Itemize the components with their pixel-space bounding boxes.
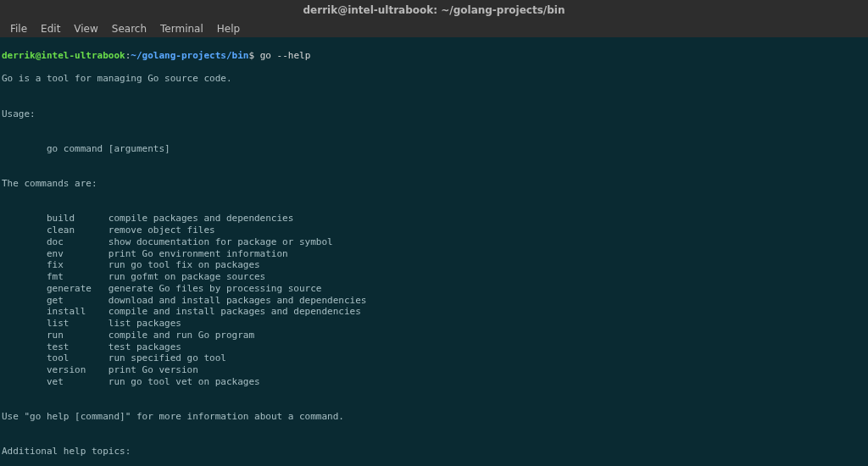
command-name: list <box>47 318 108 330</box>
command-row: installcompile and install packages and … <box>2 306 361 317</box>
command-row: fmtrun gofmt on package sources <box>2 271 265 282</box>
prompt-dollar: $ <box>248 50 254 61</box>
prompt-line-1: derrik@intel-ultrabook:~/golang-projects… <box>2 50 866 62</box>
command-row: envprint Go environment information <box>2 248 288 259</box>
menu-search[interactable]: Search <box>105 23 153 35</box>
command-desc: test packages <box>108 341 181 352</box>
command-desc: list packages <box>108 318 181 329</box>
output-intro: Go is a tool for managing Go source code… <box>2 73 232 84</box>
command-desc: compile and install packages and depende… <box>108 306 361 317</box>
terminal-viewport[interactable]: derrik@intel-ultrabook:~/golang-projects… <box>0 37 868 466</box>
command-row: docshow documentation for package or sym… <box>2 236 333 247</box>
command-desc: run specified go tool <box>108 352 226 363</box>
command-row: generategenerate Go files by processing … <box>2 283 321 294</box>
command-desc: run go tool vet on packages <box>108 376 260 387</box>
command-row: runcompile and run Go program <box>2 330 254 341</box>
command-desc: show documentation for package or symbol <box>108 236 333 247</box>
command-desc: print Go version <box>108 364 198 375</box>
menu-terminal[interactable]: Terminal <box>153 23 210 35</box>
entered-command: go --help <box>260 50 311 61</box>
usage-line: go command [arguments] <box>2 143 170 154</box>
menu-help[interactable]: Help <box>210 23 247 35</box>
command-name: tool <box>47 352 108 364</box>
command-name: generate <box>47 283 108 295</box>
command-name: test <box>47 341 108 353</box>
command-name: version <box>47 364 108 376</box>
commands-header: The commands are: <box>2 178 97 189</box>
window-title: derrik@intel-ultrabook: ~/golang-project… <box>303 4 565 16</box>
command-row: versionprint Go version <box>2 364 198 375</box>
usage-text: go command [arguments] <box>47 143 170 154</box>
command-row: toolrun specified go tool <box>2 352 226 363</box>
command-desc: remove object files <box>108 225 215 236</box>
command-desc: compile and run Go program <box>108 330 254 341</box>
menubar: File Edit View Search Terminal Help <box>0 20 868 37</box>
command-name: clean <box>47 225 108 236</box>
command-name: fix <box>47 259 108 271</box>
prompt-user: derrik@intel-ultrabook <box>2 50 125 61</box>
command-row: listlist packages <box>2 318 181 329</box>
command-row: buildcompile packages and dependencies <box>2 213 293 224</box>
command-row: testtest packages <box>2 341 181 352</box>
command-row: fixrun go tool fix on packages <box>2 259 260 270</box>
menu-file[interactable]: File <box>3 23 34 35</box>
command-desc: run go tool fix on packages <box>108 259 260 270</box>
command-name: env <box>47 248 108 260</box>
command-desc: download and install packages and depend… <box>108 295 367 306</box>
command-name: fmt <box>47 271 108 283</box>
usage-label: Usage: <box>2 108 36 119</box>
command-name: install <box>47 306 108 318</box>
command-name: build <box>47 213 108 225</box>
command-desc: generate Go files by processing source <box>108 283 322 294</box>
command-name: get <box>47 295 108 307</box>
topics-header: Additional help topics: <box>2 446 131 457</box>
command-row: vetrun go tool vet on packages <box>2 376 260 387</box>
command-name: run <box>47 330 108 341</box>
menu-edit[interactable]: Edit <box>34 23 67 35</box>
command-name: vet <box>47 376 108 388</box>
command-name: doc <box>47 236 108 248</box>
command-row: getdownload and install packages and dep… <box>2 295 366 306</box>
command-row: cleanremove object files <box>2 225 215 236</box>
help-command-hint: Use "go help [command]" for more informa… <box>2 411 344 422</box>
prompt-path: ~/golang-projects/bin <box>131 50 248 61</box>
menu-view[interactable]: View <box>67 23 104 35</box>
command-desc: print Go environment information <box>108 248 288 259</box>
window-titlebar: derrik@intel-ultrabook: ~/golang-project… <box>0 0 868 20</box>
command-desc: compile packages and dependencies <box>108 213 294 224</box>
command-desc: run gofmt on package sources <box>108 271 265 282</box>
